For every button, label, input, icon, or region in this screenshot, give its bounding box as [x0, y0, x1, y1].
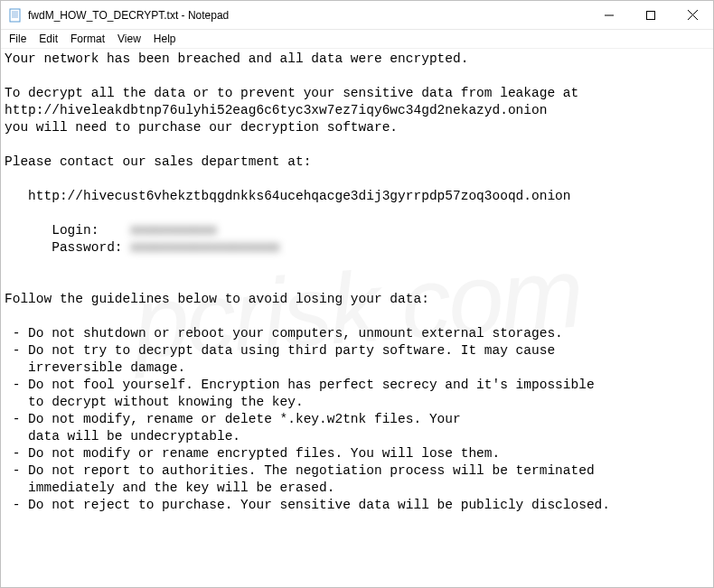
menu-format[interactable]: Format: [64, 31, 111, 47]
watermark: pcrisk.com: [133, 283, 581, 331]
menu-edit[interactable]: Edit: [33, 31, 64, 47]
menu-view[interactable]: View: [111, 31, 147, 47]
minimize-button[interactable]: [588, 2, 630, 29]
window-title: fwdM_HOW_TO_DECRYPT.txt - Notepad: [28, 1, 588, 30]
line: Your network has been breached and all d…: [5, 51, 468, 66]
line: immediately and the key will be erased.: [5, 481, 334, 495]
line: To decrypt all the data or to prevent yo…: [5, 86, 578, 100]
close-button[interactable]: [672, 2, 713, 29]
login-label: Login:: [5, 223, 130, 238]
line: http://hiveleakdbtnp76ulyhi52eag6c6tyc3x…: [5, 103, 547, 117]
line: to decrypt without knowing the key.: [5, 395, 304, 409]
window-controls: [588, 2, 713, 29]
text-area[interactable]: pcrisk.comYour network has been breached…: [1, 49, 713, 587]
menu-file[interactable]: File: [3, 31, 33, 47]
line: http://hivecust6vhekztbqgdnkks64ucehqacg…: [5, 189, 571, 203]
line: Please contact our sales department at:: [5, 154, 311, 169]
line: - Do not fool yourself. Encryption has p…: [5, 378, 595, 392]
line: irreversible damage.: [5, 360, 185, 375]
line: - Do not try to decrypt data using third…: [5, 343, 563, 358]
svg-rect-6: [647, 11, 655, 19]
notepad-window: fwdM_HOW_TO_DECRYPT.txt - Notepad File E…: [0, 0, 714, 588]
line: - Do not reject to purchase. Your sensit…: [5, 498, 610, 512]
password-value-redacted: xxxxxxxxxxxxxxxxxxx: [130, 239, 279, 257]
line: - Do not shutdown or reboot your compute…: [5, 326, 563, 341]
maximize-button[interactable]: [630, 2, 672, 29]
notepad-icon: [8, 8, 23, 23]
login-value-redacted: xxxxxxxxxxx: [130, 222, 217, 239]
line: data will be undecryptable.: [5, 429, 240, 443]
menu-help[interactable]: Help: [147, 31, 183, 47]
line: - Do not report to authorities. The nego…: [5, 463, 595, 478]
menubar: File Edit Format View Help: [1, 30, 713, 49]
password-label: Password:: [5, 240, 130, 255]
line: you will need to purchase our decryption…: [5, 120, 398, 135]
line: - Do not modify, rename or delete *.key.…: [5, 412, 461, 426]
line: - Do not modify or rename encrypted file…: [5, 446, 500, 461]
titlebar[interactable]: fwdM_HOW_TO_DECRYPT.txt - Notepad: [1, 1, 713, 30]
line: Follow the guidelines below to avoid los…: [5, 292, 429, 306]
